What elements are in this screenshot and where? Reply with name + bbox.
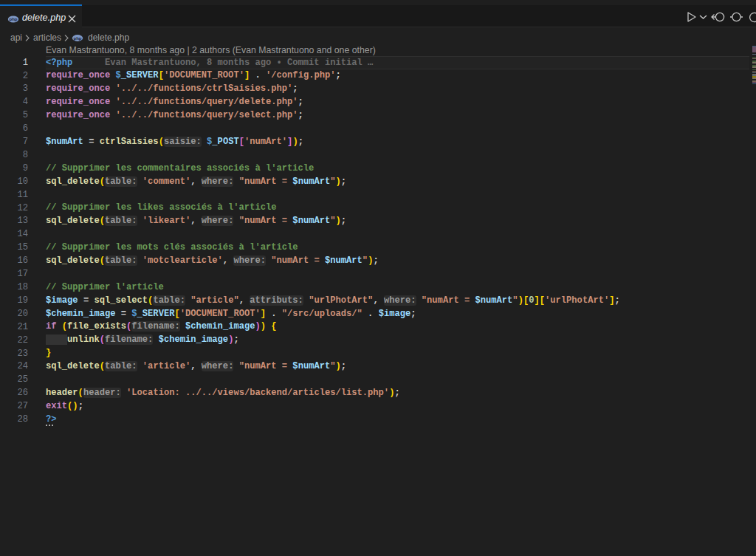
svg-text:php: php: [74, 36, 82, 41]
svg-text:php: php: [10, 17, 18, 21]
